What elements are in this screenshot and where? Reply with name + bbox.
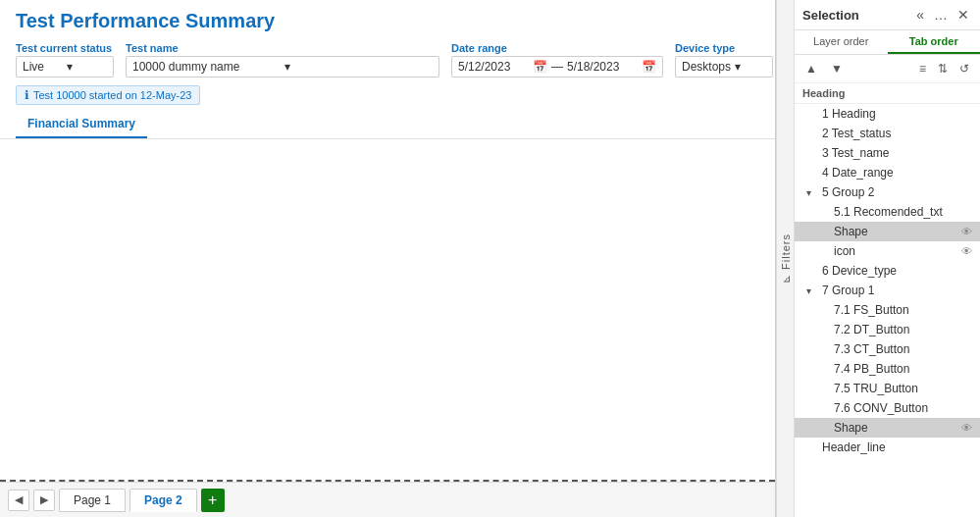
eye-icon[interactable]: 👁 bbox=[961, 422, 972, 434]
tabs-row: Financial Summary bbox=[0, 111, 775, 139]
tree-item-label: 7 Group 1 bbox=[822, 284, 972, 297]
page-title: Test Performance Summary bbox=[16, 10, 759, 32]
eye-icon[interactable]: 👁 bbox=[961, 226, 972, 237]
tree-item-label: Shape bbox=[834, 421, 957, 435]
date-range-filter: Date range 📅 — 📅 bbox=[451, 42, 663, 78]
tree-item[interactable]: 7.4 PB_Button bbox=[795, 359, 980, 379]
chevron-down-icon: ▾ bbox=[735, 60, 766, 74]
sort-btn[interactable]: ⇅ bbox=[933, 59, 953, 78]
filters-strip[interactable]: ⊾ Filters bbox=[776, 0, 794, 517]
panel-actions: « … ✕ bbox=[913, 6, 972, 24]
panel-header: Selection « … ✕ bbox=[795, 0, 980, 30]
tree-item[interactable]: icon👁 bbox=[795, 241, 980, 261]
tree-item[interactable]: 7.6 CONV_Button bbox=[795, 398, 980, 418]
filters-label: ⊾ Filters bbox=[779, 233, 792, 284]
test-name-label: Test name bbox=[126, 42, 439, 54]
tree-item[interactable]: 7.1 FS_Button bbox=[795, 300, 980, 320]
tree-item[interactable]: 1 Heading bbox=[795, 104, 980, 124]
test-name-filter: Test name 10000 dummy name ▾ bbox=[126, 42, 439, 78]
dotted-separator bbox=[0, 480, 775, 482]
info-icon: ℹ bbox=[25, 88, 29, 102]
test-status-label: Test current status bbox=[16, 42, 114, 54]
canvas-body bbox=[0, 139, 775, 482]
panel-tabs: Layer order Tab order bbox=[795, 30, 980, 55]
tree-item-label: 1 Heading bbox=[822, 107, 972, 121]
tree-item-label: 7.6 CONV_Button bbox=[834, 401, 972, 415]
tree-item[interactable]: ▾7 Group 1 bbox=[795, 281, 980, 300]
chevron-down-icon: ▾ bbox=[67, 60, 107, 74]
calendar-icon[interactable]: 📅 bbox=[533, 60, 547, 74]
tree-item-label: 3 Test_name bbox=[822, 146, 972, 160]
tree-item-label: 7.1 FS_Button bbox=[834, 303, 972, 317]
tree-item[interactable]: 7.3 CT_Button bbox=[795, 339, 980, 359]
tree-item-label: 5 Group 2 bbox=[822, 185, 972, 199]
date-to-input[interactable] bbox=[567, 60, 638, 74]
page-prev-btn[interactable]: ◀ bbox=[8, 490, 29, 511]
tree-item[interactable]: 6 Device_type bbox=[795, 261, 980, 281]
tree-list: 1 Heading2 Test_status3 Test_name4 Date_… bbox=[795, 104, 980, 517]
tree-item-label: 6 Device_type bbox=[822, 264, 972, 278]
tab-tab-order[interactable]: Tab order bbox=[888, 30, 981, 54]
filter-funnel-icon: ⊾ bbox=[779, 274, 792, 284]
tree-item[interactable]: 3 Test_name bbox=[795, 143, 980, 163]
test-status-value: Live bbox=[23, 60, 63, 74]
tree-item[interactable]: Header_line bbox=[795, 438, 980, 457]
test-name-select[interactable]: 10000 dummy name ▾ bbox=[126, 56, 439, 78]
tree-item-label: 7.3 CT_Button bbox=[834, 342, 972, 356]
tab-layer-order[interactable]: Layer order bbox=[795, 30, 888, 54]
panel-toolbar: ▲ ▼ ≡ ⇅ ↺ bbox=[795, 55, 980, 83]
device-type-value: Desktops bbox=[682, 60, 731, 74]
move-down-btn[interactable]: ▼ bbox=[826, 59, 848, 78]
right-panel: Selection « … ✕ Layer order Tab order ▲ … bbox=[794, 0, 980, 517]
page-2-tab[interactable]: Page 2 bbox=[129, 489, 197, 512]
chevron-icon: ▾ bbox=[806, 187, 818, 198]
tree-item[interactable]: 7.2 DT_Button bbox=[795, 320, 980, 339]
device-type-label: Device type bbox=[675, 42, 773, 54]
tree-item-label: Header_line bbox=[822, 440, 972, 454]
test-status-select[interactable]: Live ▾ bbox=[16, 56, 114, 78]
panel-more-btn[interactable]: … bbox=[931, 6, 951, 24]
reset-btn[interactable]: ↺ bbox=[954, 59, 974, 78]
page-next-btn[interactable]: ▶ bbox=[33, 490, 55, 511]
tree-item[interactable]: ▾5 Group 2 bbox=[795, 182, 980, 202]
date-from-input[interactable] bbox=[458, 60, 529, 74]
calendar-icon-end[interactable]: 📅 bbox=[642, 60, 656, 74]
device-type-filter: Device type Desktops ▾ bbox=[675, 42, 773, 78]
tree-item-label: 4 Date_range bbox=[822, 166, 972, 180]
section-heading: Heading bbox=[795, 83, 980, 104]
tree-item[interactable]: 7.5 TRU_Button bbox=[795, 379, 980, 398]
tree-item-label: 7.4 PB_Button bbox=[834, 362, 972, 376]
tree-item-label: icon bbox=[834, 244, 957, 258]
tree-item[interactable]: 5.1 Recomended_txt bbox=[795, 202, 980, 222]
tree-item[interactable]: Shape👁 bbox=[795, 222, 980, 241]
chevron-down-icon: ▾ bbox=[284, 60, 433, 74]
device-type-select[interactable]: Desktops ▾ bbox=[675, 56, 773, 78]
panel-title: Selection bbox=[802, 8, 859, 23]
page-bar: ◀ ▶ Page 1 Page 2 + bbox=[0, 482, 775, 517]
chevron-icon: ▾ bbox=[806, 285, 818, 296]
date-range-inputs: 📅 — 📅 bbox=[451, 56, 663, 78]
tree-item[interactable]: 2 Test_status bbox=[795, 124, 980, 143]
panel-close-btn[interactable]: ✕ bbox=[954, 6, 972, 24]
test-status-filter: Test current status Live ▾ bbox=[16, 42, 114, 78]
eye-icon[interactable]: 👁 bbox=[961, 245, 972, 257]
tree-item[interactable]: Shape👁 bbox=[795, 418, 980, 438]
tree-item-label: Shape bbox=[834, 225, 957, 238]
tree-item[interactable]: 4 Date_range bbox=[795, 163, 980, 182]
add-page-btn[interactable]: + bbox=[201, 489, 225, 512]
date-range-label: Date range bbox=[451, 42, 663, 54]
move-up-btn[interactable]: ▲ bbox=[800, 59, 822, 78]
tree-item-label: 7.5 TRU_Button bbox=[834, 382, 972, 395]
panel-collapse-btn[interactable]: « bbox=[913, 6, 927, 24]
tree-item-label: 2 Test_status bbox=[822, 127, 972, 140]
info-text: Test 10000 started on 12-May-23 bbox=[33, 89, 191, 101]
page-1-tab[interactable]: Page 1 bbox=[59, 489, 126, 512]
tree-item-label: 5.1 Recomended_txt bbox=[834, 205, 972, 219]
tree-item-label: 7.2 DT_Button bbox=[834, 323, 972, 336]
numbering-btn[interactable]: ≡ bbox=[914, 59, 931, 78]
test-name-value: 10000 dummy name bbox=[132, 60, 281, 74]
info-message: ℹ Test 10000 started on 12-May-23 bbox=[16, 85, 200, 105]
tab-financial-summary[interactable]: Financial Summary bbox=[16, 111, 147, 138]
